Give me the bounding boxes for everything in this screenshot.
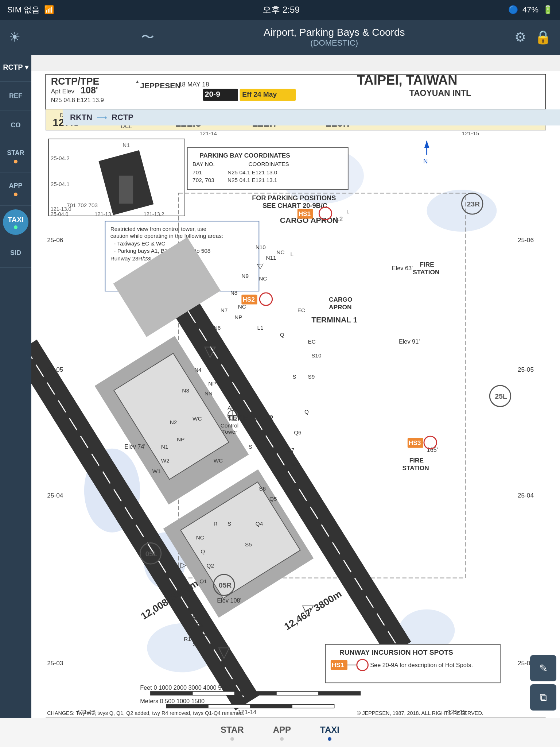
svg-text:R1: R1 <box>184 636 191 642</box>
svg-text:RUNWAY INCURSION HOT SPOTS: RUNWAY INCURSION HOT SPOTS <box>339 649 453 656</box>
main-content: RKTN ⟶ RCTP RCTP/TPE ▲ JEPPESEN TAIPEI, … <box>31 55 560 718</box>
app-header: ☀ 〜 Airport, Parking Bays & Coords (DOME… <box>0 20 560 55</box>
svg-rect-188 <box>208 705 250 708</box>
tab-taxi[interactable]: TAXI <box>320 725 339 741</box>
svg-text:NP: NP <box>177 436 184 442</box>
svg-text:25-04.0: 25-04.0 <box>51 211 69 217</box>
star-tab-indicator <box>230 737 234 741</box>
star-label: STAR <box>7 149 24 157</box>
svg-text:© JEPPESEN, 1987, 2018. ALL RI: © JEPPESEN, 1987, 2018. ALL RIGHTS RESER… <box>357 710 483 716</box>
taxi-indicator <box>14 225 18 229</box>
svg-text:N5: N5 <box>204 345 211 352</box>
svg-text:121-13.2: 121-13.2 <box>144 211 164 217</box>
svg-text:S5: S5 <box>245 541 252 547</box>
tab-app[interactable]: APP <box>273 725 291 741</box>
svg-text:W1: W1 <box>152 468 161 474</box>
taxi-tab-label: TAXI <box>320 725 339 735</box>
svg-text:25-03: 25-03 <box>47 659 63 667</box>
svg-text:165': 165' <box>427 446 438 453</box>
svg-text:CARGO: CARGO <box>329 296 352 303</box>
svg-text:Apt Elev: Apt Elev <box>51 88 75 95</box>
svg-text:N25 04.8 E121 13.9: N25 04.8 E121 13.9 <box>51 97 104 103</box>
sidebar-item-taxi[interactable]: TAXI <box>3 209 28 235</box>
wifi-icon: 📶 <box>44 5 54 15</box>
svg-text:S10: S10 <box>311 352 321 359</box>
svg-text:PARKING BAY COORDINATES: PARKING BAY COORDINATES <box>199 152 290 159</box>
svg-text:TAOYUAN INTL: TAOYUAN INTL <box>409 88 471 98</box>
svg-text:NC: NC <box>276 249 284 255</box>
sidebar-item-app[interactable]: APP <box>0 173 31 206</box>
sidebar-item-ref[interactable]: REF <box>0 82 31 111</box>
svg-text:S: S <box>292 374 296 380</box>
svg-text:N: N <box>423 158 428 165</box>
co-label: CO <box>11 121 21 129</box>
chart-container[interactable]: RCTP/TPE ▲ JEPPESEN TAIPEI, TAIWAN TAOYU… <box>31 71 560 718</box>
svg-text:25-04.2: 25-04.2 <box>51 155 70 161</box>
svg-text:20-9: 20-9 <box>205 90 220 98</box>
svg-text:STATION: STATION <box>413 268 439 276</box>
right-float-buttons: ✎ ⧉ <box>530 655 556 711</box>
svg-text:25-06: 25-06 <box>518 236 534 244</box>
svg-text:Elev 91': Elev 91' <box>399 338 420 345</box>
svg-text:BAY NO.: BAY NO. <box>192 161 215 167</box>
svg-text:18 MAY 18: 18 MAY 18 <box>179 81 209 88</box>
sidebar-item-rctp[interactable]: RCTP ▾ <box>0 53 31 82</box>
svg-text:25-05: 25-05 <box>47 366 63 373</box>
svg-text:TAIPEI, TAIWAN: TAIPEI, TAIWAN <box>357 73 458 88</box>
copy-icon: ⧉ <box>540 692 547 704</box>
edit-icon: ✎ <box>539 662 548 674</box>
settings-icon[interactable]: ⚙ <box>514 30 526 45</box>
copy-button[interactable]: ⧉ <box>530 684 556 711</box>
svg-text:25-05: 25-05 <box>518 366 534 373</box>
svg-text:NC: NC <box>196 534 204 541</box>
svg-text:EC: EC <box>298 307 305 313</box>
svg-text:APRON: APRON <box>329 303 351 311</box>
svg-text:Tower: Tower <box>222 429 237 435</box>
svg-text:N9: N9 <box>241 273 249 279</box>
svg-text:Q: Q <box>304 409 309 415</box>
svg-rect-180 <box>151 692 192 695</box>
svg-text:N2: N2 <box>170 419 177 425</box>
tab-star[interactable]: STAR <box>221 725 244 741</box>
svg-text:HS1: HS1 <box>332 661 344 669</box>
svg-text:Q2: Q2 <box>206 562 214 569</box>
svg-text:W2: W2 <box>161 457 170 464</box>
app-label: APP <box>9 182 22 190</box>
svg-text:CHANGES: Twy W2, twys Q, Q1, Q: CHANGES: Twy W2, twys Q, Q1, Q2 added, t… <box>47 710 244 716</box>
svg-text:R3: R3 <box>192 615 200 621</box>
svg-text:Restricted view from control t: Restricted view from control tower, use <box>110 226 206 232</box>
airport-diagram: RCTP/TPE ▲ JEPPESEN TAIPEI, TAIWAN TAOYU… <box>31 71 560 718</box>
svg-text:WC: WC <box>214 457 223 464</box>
svg-text:Control: Control <box>221 422 238 429</box>
signal-icon: 〜 <box>141 28 154 46</box>
edit-button[interactable]: ✎ <box>530 655 556 681</box>
svg-text:Q: Q <box>201 548 205 554</box>
svg-text:WC: WC <box>192 415 202 422</box>
sidebar-item-star[interactable]: STAR <box>0 140 31 173</box>
svg-text:Q7: Q7 <box>287 447 294 453</box>
svg-text:Eff 24 May: Eff 24 May <box>242 90 277 98</box>
lock-icon[interactable]: 🔒 <box>535 30 551 45</box>
brightness-icon[interactable]: ☀ <box>9 30 20 45</box>
svg-text:HS3: HS3 <box>409 439 421 446</box>
svg-text:FIRE: FIRE <box>420 261 434 268</box>
svg-text:N8: N8 <box>230 290 238 296</box>
status-bar: SIM 없음 📶 오후 2:59 🔵 47% 🔋 <box>0 0 560 20</box>
svg-text:NP: NP <box>234 314 242 320</box>
svg-text:L: L <box>291 251 294 257</box>
svg-text:05L: 05L <box>145 550 158 558</box>
svg-text:702, 703: 702, 703 <box>192 177 214 183</box>
svg-text:25-04: 25-04 <box>518 492 534 499</box>
svg-text:Meters  0       500           : Meters 0 500 1000 1500 <box>140 698 205 704</box>
svg-text:S9: S9 <box>308 374 315 380</box>
rctp-label: RCTP ▾ <box>3 63 28 71</box>
svg-text:25-04: 25-04 <box>47 492 63 499</box>
sidebar-item-co[interactable]: CO <box>0 111 31 140</box>
star-tab-label: STAR <box>221 725 244 735</box>
svg-text:▷: ▷ <box>180 561 187 569</box>
sidebar-item-sid[interactable]: SID <box>0 239 31 268</box>
app-indicator <box>14 193 18 196</box>
svg-text:N25 04.1 E121 13.0: N25 04.1 E121 13.0 <box>228 169 277 175</box>
svg-text:Feet  0    1000  2000  3000  4: Feet 0 1000 2000 3000 4000 5000 <box>140 684 231 691</box>
svg-text:R: R <box>214 520 218 527</box>
